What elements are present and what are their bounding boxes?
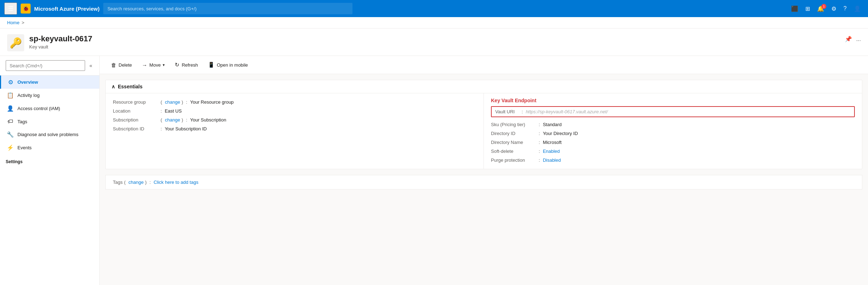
resource-group-value: Your Resource group [190,99,234,105]
move-chevron-icon: ▾ [163,63,165,67]
subscription-id-value: Your Subscription ID [165,126,207,131]
sidebar-item-label-events: Events [17,145,32,150]
overview-icon: ⊙ [7,79,14,86]
purge-protection-label: Purge protection [491,157,537,163]
resource-subtitle: Key vault [29,44,840,50]
sidebar-search-row: « [0,56,99,76]
top-navigation: ☰ 🐞 Microsoft Azure (Preview) ⬛ ⊞ 🔔 1 ⚙ … [0,0,868,17]
resource-title: sp-keyvault-0617 [29,34,840,43]
subscription-row: Subscription (change) : Your Subscriptio… [113,115,476,124]
notifications-icon-button[interactable]: 🔔 1 [814,3,827,14]
essentials-header[interactable]: ∧ Essentials [106,80,862,93]
content-area: 🗑 Delete → Move ▾ ↻ Refresh 📱 Open in mo… [100,56,868,285]
subscription-id-row: Subscription ID : Your Subscription ID [113,124,476,133]
breadcrumb-home-link[interactable]: Home [7,20,20,25]
resource-group-colon: ( [161,99,162,105]
sidebar-collapse-button[interactable]: « [88,61,94,70]
breadcrumb-separator: > [22,20,25,25]
top-nav-right-icons: ⬛ ⊞ 🔔 1 ⚙ ? 👤 [788,3,864,14]
open-mobile-button[interactable]: 📱 Open in mobile [204,59,252,70]
more-options-button[interactable]: ... [856,36,861,42]
directory-id-value: Your Directory ID [543,131,578,136]
account-icon-button[interactable]: 👤 [851,3,864,14]
azure-bug-icon: 🐞 [21,4,31,14]
sidebar-item-label-overview: Overview [17,79,38,85]
resource-group-label: Resource group [113,99,159,105]
mobile-icon: 📱 [208,62,215,68]
move-button[interactable]: → Move ▾ [138,60,169,70]
subscription-change-link[interactable]: change [165,117,180,123]
delete-button[interactable]: 🗑 Delete [107,60,136,70]
access-control-icon: 👤 [7,105,14,112]
move-icon: → [142,62,147,68]
tags-change-link[interactable]: change [129,180,144,185]
portal-icon-button[interactable]: ⬛ [788,3,801,14]
soft-delete-row: Soft-delete : Enabled [491,147,855,156]
directory-name-value: Microsoft [543,140,562,145]
pin-button[interactable]: 📌 [845,36,852,42]
location-value: East US [165,108,182,114]
soft-delete-label: Soft-delete [491,149,537,154]
dashboard-icon-button[interactable]: ⊞ [802,3,813,14]
tags-icon: 🏷 [7,118,14,125]
sidebar: « ⊙ Overview 📋 Activity log 👤 Access con… [0,56,100,285]
activity-log-icon: 📋 [7,92,14,99]
move-label: Move [150,62,161,68]
settings-section-label: Settings [0,154,99,166]
soft-delete-value: Enabled [543,149,560,154]
breadcrumb: Home > [0,17,868,28]
directory-id-label: Directory ID [491,131,537,136]
sku-row: Sku (Pricing tier) : Standard [491,120,855,129]
resource-header: 🔑 sp-keyvault-0617 Key vault 📌 ... [0,28,868,56]
delete-icon: 🗑 [111,62,116,68]
sidebar-item-label-activity-log: Activity log [17,93,40,98]
tags-add-link[interactable]: Click here to add tags [153,180,198,185]
purge-protection-row: Purge protection : Disabled [491,156,855,165]
subscription-value: Your Subscription [190,117,226,123]
app-title: Microsoft Azure (Preview) [34,6,100,12]
essentials-right: Key Vault Endpoint Vault URI : https://s… [484,93,862,169]
resource-group-change-link[interactable]: change [165,99,180,105]
location-label: Location [113,108,159,114]
tags-label: Tags [113,180,122,185]
notification-badge: 1 [821,4,826,9]
location-row: Location : East US [113,107,476,115]
resource-group-row: Resource group (change) : Your Resource … [113,98,476,107]
vault-uri-label: Vault URI [495,109,520,114]
sidebar-item-tags[interactable]: 🏷 Tags [0,115,99,128]
events-icon: ⚡ [7,144,14,151]
refresh-label: Refresh [182,62,198,68]
sidebar-search-input[interactable] [6,60,85,71]
subscription-id-label: Subscription ID [113,126,159,131]
sidebar-item-activity-log[interactable]: 📋 Activity log [0,89,99,102]
hamburger-menu-button[interactable]: ☰ [4,2,17,15]
global-search-input[interactable] [103,3,352,14]
directory-id-row: Directory ID : Your Directory ID [491,129,855,138]
sidebar-item-events[interactable]: ⚡ Events [0,141,99,154]
sidebar-item-label-access-control: Access control (IAM) [17,106,60,111]
vault-uri-value: https://sp-keyvault-0617.vault.azure.net… [526,109,851,114]
essentials-left: Resource group (change) : Your Resource … [106,93,484,169]
sidebar-item-label-tags: Tags [17,119,27,124]
essentials-section: ∧ Essentials Resource group (change) : Y… [105,80,862,169]
sidebar-item-access-control[interactable]: 👤 Access control (IAM) [0,102,99,115]
refresh-button[interactable]: ↻ Refresh [171,59,202,70]
refresh-icon: ↻ [175,62,179,68]
vault-uri-row: Vault URI : https://sp-keyvault-0617.vau… [491,106,855,117]
essentials-collapse-icon: ∧ [111,84,115,89]
directory-name-row: Directory Name : Microsoft [491,138,855,147]
main-layout: « ⊙ Overview 📋 Activity log 👤 Access con… [0,56,868,285]
sku-label: Sku (Pricing tier) [491,122,537,127]
essentials-label: Essentials [118,84,142,89]
tags-row: Tags (change) : Click here to add tags [113,180,855,185]
help-icon-button[interactable]: ? [841,3,849,14]
sidebar-item-diagnose[interactable]: 🔧 Diagnose and solve problems [0,128,99,141]
diagnose-icon: 🔧 [7,131,14,138]
tags-section: Tags (change) : Click here to add tags [105,175,862,190]
delete-label: Delete [119,62,132,68]
settings-icon-button[interactable]: ⚙ [828,3,839,14]
sidebar-item-overview[interactable]: ⊙ Overview [0,76,99,89]
directory-name-label: Directory Name [491,140,537,145]
sku-value: Standard [543,122,562,127]
kv-endpoint-header: Key Vault Endpoint [491,98,855,103]
